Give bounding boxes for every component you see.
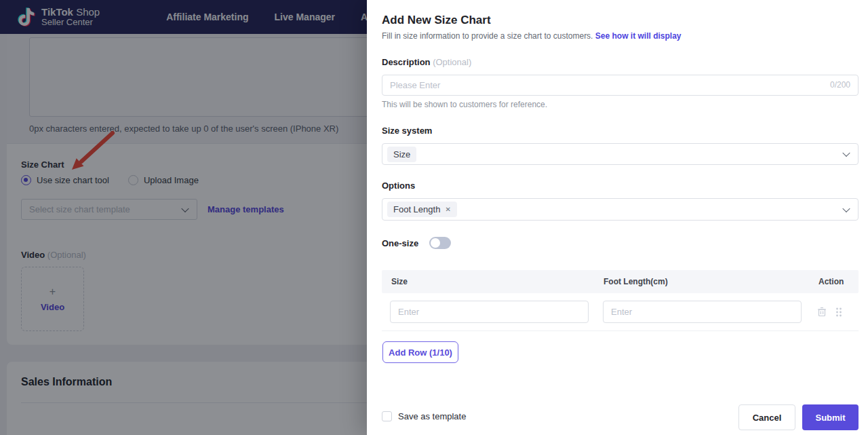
options-select[interactable]: Foot Length ✕ (382, 198, 859, 221)
description-field-wrap: 0/200 (382, 75, 859, 96)
one-size-toggle[interactable] (429, 237, 451, 249)
save-template-checkbox[interactable] (382, 411, 392, 421)
cancel-button[interactable]: Cancel (738, 404, 795, 430)
one-size-row: One-size (382, 237, 451, 249)
header-foot-length: Foot Length(cm) (595, 277, 810, 286)
char-counter: 0/200 (830, 80, 850, 90)
options-label: Options (382, 181, 415, 191)
table-header-row: Size Foot Length(cm) Action (382, 270, 859, 293)
see-how-display-link[interactable]: See how it will display (595, 31, 682, 41)
add-row-button[interactable]: Add Row (1/10) (382, 341, 458, 363)
add-size-chart-drawer: Add New Size Chart Fill in size informat… (367, 0, 868, 435)
description-label-text: Description (382, 57, 431, 67)
description-helper: This will be shown to customers for refe… (382, 100, 547, 109)
size-input[interactable] (390, 301, 589, 323)
foot-length-input[interactable] (603, 301, 802, 323)
save-template-label: Save as template (398, 411, 466, 421)
description-optional-text: (Optional) (433, 57, 471, 67)
header-size: Size (382, 277, 595, 286)
subtitle-text: Fill in size information to provide a si… (382, 31, 593, 41)
description-input[interactable] (382, 75, 859, 96)
drawer-title: Add New Size Chart (382, 14, 491, 27)
drawer-subtitle: Fill in size information to provide a si… (382, 31, 682, 41)
submit-button[interactable]: Submit (802, 404, 859, 430)
foot-length-tag: Foot Length ✕ (387, 202, 457, 217)
drag-handle-icon[interactable] (835, 307, 842, 317)
size-system-tag-text: Size (393, 149, 410, 159)
header-action: Action (810, 277, 859, 286)
save-template-control: Save as template (382, 411, 466, 421)
row-actions (810, 307, 859, 317)
size-system-label: Size system (382, 126, 432, 136)
one-size-label: One-size (382, 238, 418, 248)
size-system-select[interactable]: Size (382, 143, 859, 165)
chevron-down-icon (842, 149, 850, 157)
table-row (382, 293, 859, 331)
remove-tag-icon[interactable]: ✕ (445, 206, 450, 213)
delete-row-icon[interactable] (817, 307, 827, 317)
size-system-tag: Size (387, 147, 416, 162)
size-chart-table: Size Foot Length(cm) Action (382, 270, 859, 331)
chevron-down-icon (842, 204, 850, 212)
foot-length-tag-text: Foot Length (393, 204, 440, 214)
description-label: Description (Optional) (382, 57, 471, 67)
